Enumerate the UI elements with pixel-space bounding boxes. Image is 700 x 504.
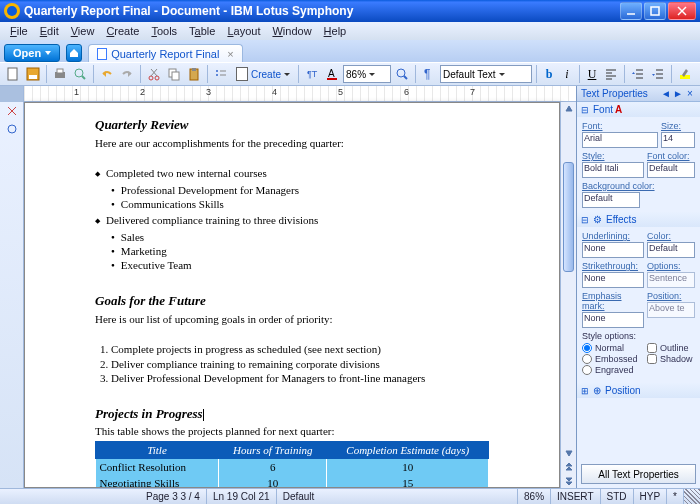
side-panel-header: Text Properties ◄ ► × xyxy=(577,86,700,102)
status-style[interactable]: Default xyxy=(277,489,518,504)
open-home-button[interactable] xyxy=(66,44,82,62)
panel-close-icon[interactable]: × xyxy=(684,88,696,100)
panel-next-icon[interactable]: ► xyxy=(672,88,684,100)
font-color-select[interactable]: Default xyxy=(647,162,695,178)
menu-table[interactable]: Table xyxy=(183,25,221,37)
table-header: Title xyxy=(96,441,219,458)
workspace: 1 2 3 4 5 6 7 Quarterly Review Here are … xyxy=(0,86,700,488)
print-button[interactable] xyxy=(51,65,69,83)
indent-increase-button[interactable] xyxy=(649,65,667,83)
radio-normal[interactable] xyxy=(582,343,592,353)
emphasis-select[interactable]: None xyxy=(582,312,644,328)
list-item: Deliver compliance training to remaining… xyxy=(111,357,489,371)
bold-button[interactable]: b xyxy=(541,66,557,82)
svg-text:¶: ¶ xyxy=(424,67,430,81)
radio-embossed[interactable] xyxy=(582,354,592,364)
underline-select[interactable]: None xyxy=(582,242,644,258)
status-zoom[interactable]: 86% xyxy=(518,489,551,504)
open-button[interactable]: Open xyxy=(4,44,60,62)
minimize-button[interactable] xyxy=(620,2,642,20)
maximize-button[interactable] xyxy=(644,2,666,20)
bg-color-label: Background color: xyxy=(582,181,695,191)
section-effects[interactable]: ⚙Effects xyxy=(577,212,700,227)
redo-button[interactable] xyxy=(118,65,136,83)
status-modified: * xyxy=(667,489,684,504)
style-select[interactable]: Bold Itali xyxy=(582,162,644,178)
status-insert[interactable]: INSERT xyxy=(551,489,601,504)
bg-color-select[interactable]: Default xyxy=(582,192,640,208)
menu-tools[interactable]: Tools xyxy=(145,25,183,37)
panel-prev-icon[interactable]: ◄ xyxy=(660,88,672,100)
scroll-thumb[interactable] xyxy=(563,162,574,272)
menu-window[interactable]: Window xyxy=(266,25,317,37)
page-content[interactable]: Quarterly Review Here are our accomplish… xyxy=(25,103,559,488)
bullets-button[interactable] xyxy=(212,65,230,83)
svg-point-26 xyxy=(397,69,405,77)
svg-point-11 xyxy=(149,76,153,80)
align-left-button[interactable] xyxy=(602,65,620,83)
menu-layout[interactable]: Layout xyxy=(221,25,266,37)
gutter-nav-icon[interactable] xyxy=(5,122,19,136)
create-dropdown[interactable]: Create xyxy=(232,65,294,83)
menu-help[interactable]: Help xyxy=(318,25,353,37)
resize-grip[interactable] xyxy=(684,489,700,505)
gutter-close-icon[interactable] xyxy=(5,104,19,118)
check-shadow[interactable] xyxy=(647,354,657,364)
status-page[interactable]: Page 3 3 / 4 xyxy=(140,489,207,504)
intro-text: Here is our list of upcoming goals in or… xyxy=(95,312,489,326)
italic-button[interactable]: i xyxy=(559,66,575,82)
underline-label: Underlining: xyxy=(582,231,644,241)
heading-projects: Projects in Progress xyxy=(95,406,489,423)
font-name-dropdown[interactable]: Default Text xyxy=(440,65,532,83)
menu-edit[interactable]: Edit xyxy=(34,25,65,37)
highlight-button[interactable] xyxy=(676,65,694,83)
next-page-button[interactable] xyxy=(561,474,576,488)
section-font[interactable]: Font xyxy=(577,102,700,117)
vertical-scrollbar[interactable] xyxy=(560,102,576,488)
save-button[interactable] xyxy=(24,65,42,83)
close-button[interactable] xyxy=(668,2,696,20)
zoom-dropdown[interactable]: 86% xyxy=(343,65,391,83)
document-area[interactable]: Quarterly Review Here are our accomplish… xyxy=(24,102,560,488)
copy-button[interactable] xyxy=(165,65,183,83)
indent-decrease-button[interactable] xyxy=(629,65,647,83)
new-button[interactable] xyxy=(4,65,22,83)
print-preview-button[interactable] xyxy=(71,65,89,83)
list-item: Delivered compliance training to three d… xyxy=(95,213,489,227)
font-color-button[interactable]: A xyxy=(323,65,341,83)
font-select[interactable]: Arial xyxy=(582,132,658,148)
status-std[interactable]: STD xyxy=(601,489,634,504)
table-row: Conflict Resolution610 xyxy=(96,459,489,476)
cut-button[interactable] xyxy=(145,65,163,83)
scroll-down-button[interactable] xyxy=(561,446,576,460)
radio-engraved[interactable] xyxy=(582,365,592,375)
menu-create[interactable]: Create xyxy=(100,25,145,37)
check-outline[interactable] xyxy=(647,343,657,353)
scroll-up-button[interactable] xyxy=(561,102,576,116)
strike-select[interactable]: None xyxy=(582,272,644,288)
menu-file[interactable]: File xyxy=(4,25,34,37)
svg-rect-6 xyxy=(29,75,37,79)
section-position[interactable]: ⊕Position xyxy=(577,383,700,398)
prev-page-button[interactable] xyxy=(561,460,576,474)
svg-point-12 xyxy=(155,76,159,80)
paragraph-button[interactable]: ¶ xyxy=(420,65,438,83)
paste-button[interactable] xyxy=(185,65,203,83)
svg-rect-39 xyxy=(680,75,690,79)
status-hyp[interactable]: HYP xyxy=(634,489,668,504)
underline-color-select[interactable]: Default xyxy=(647,242,695,258)
all-text-properties-button[interactable]: All Text Properties xyxy=(581,464,696,484)
size-select[interactable]: 14 xyxy=(661,132,695,148)
status-cursor: Ln 19 Col 21 xyxy=(207,489,277,504)
emphasis-pos-select[interactable]: Above te xyxy=(647,302,695,318)
style-indicator[interactable]: ¶T xyxy=(303,65,321,83)
svg-line-27 xyxy=(404,76,407,79)
tab-close-icon[interactable]: × xyxy=(227,48,233,60)
underline-color-label: Color: xyxy=(647,231,695,241)
menu-view[interactable]: View xyxy=(65,25,101,37)
zoom-fit-button[interactable] xyxy=(393,65,411,83)
document-tab[interactable]: Quarterly Report Final × xyxy=(88,44,243,62)
underline-button[interactable]: U xyxy=(584,66,600,82)
strike-options-select[interactable]: Sentence xyxy=(647,272,695,288)
undo-button[interactable] xyxy=(98,65,116,83)
